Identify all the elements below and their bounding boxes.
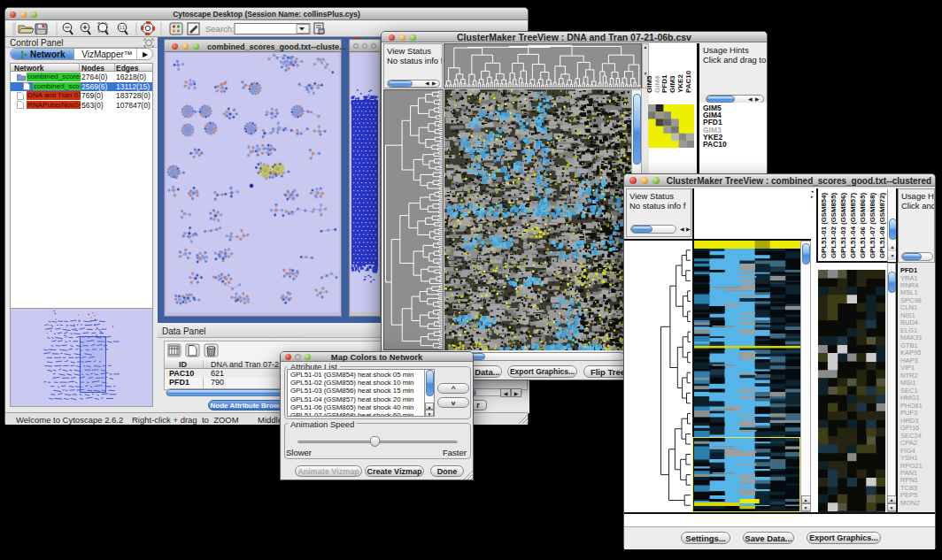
svg-text:GPL51-06 (GSM865): GPL51-06 (GSM865): [859, 192, 867, 258]
svg-text:PFD1: PFD1: [660, 74, 668, 93]
svg-text:GIM4: GIM4: [653, 75, 661, 93]
svg-text:GPL51-08 (GSM872): GPL51-08 (GSM872): [878, 192, 886, 258]
svg-text:1:1: 1:1: [120, 26, 126, 30]
svg-text:PAC10: PAC10: [684, 70, 692, 93]
svg-text:GPL51-01 (GSM854): GPL51-01 (GSM854): [820, 192, 828, 258]
svg-text:GPL51-02 (GSM855): GPL51-02 (GSM855): [830, 192, 838, 258]
svg-text:MON2: MON2: [900, 499, 920, 507]
svg-text:YKE2: YKE2: [676, 74, 684, 93]
svg-text:GPL51-07 (GSM868): GPL51-07 (GSM868): [869, 192, 876, 258]
svg-text:GIM3: GIM3: [668, 75, 676, 93]
svg-text:GIM5: GIM5: [645, 75, 653, 93]
svg-text:GPL51-04 (GSM857): GPL51-04 (GSM857): [849, 192, 857, 258]
svg-text:PAC10: PAC10: [703, 140, 727, 149]
svg-text:GPL51-03 (GSM856): GPL51-03 (GSM856): [839, 192, 847, 258]
